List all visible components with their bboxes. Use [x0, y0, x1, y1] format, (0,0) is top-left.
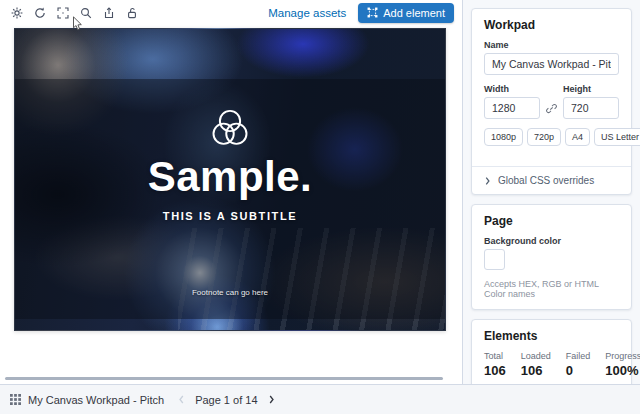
editor-toolbar: Manage assets Add element [0, 0, 462, 26]
previous-page-chevron-icon[interactable] [178, 394, 185, 405]
background-color-label: Background color [484, 236, 619, 246]
stat-label: Progress [605, 351, 640, 361]
add-element-button[interactable]: Add element [358, 3, 454, 23]
vector-square-icon [367, 7, 378, 20]
slide-content: Sample. THIS IS A SUBTITLE Footnote can … [15, 29, 445, 330]
elements-stats: Total 106 Loaded 106 Failed 0 Progress [484, 351, 619, 378]
page-panel: Page Background color Accepts HEX, RGB o… [471, 204, 632, 310]
global-css-accordion[interactable]: Global CSS overrides [472, 166, 631, 194]
stat-label: Loaded [521, 351, 551, 361]
three-circles-logo-icon[interactable] [15, 109, 445, 155]
workpad-stage: Sample. THIS IS A SUBTITLE Footnote can … [0, 26, 462, 384]
horizontal-scrollbar[interactable] [5, 377, 443, 380]
stat-value: 100% [605, 363, 640, 378]
editor-pane: Manage assets Add element [0, 0, 462, 384]
page-manager-grid-icon[interactable] [10, 394, 21, 405]
stat-total: Total 106 [484, 351, 506, 378]
page-panel-heading: Page [484, 214, 619, 228]
elements-panel: Elements Total 106 Loaded 106 Failed 0 [471, 319, 632, 384]
manage-assets-link[interactable]: Manage assets [268, 7, 346, 19]
stat-label: Failed [566, 351, 591, 361]
preset-us-letter-button[interactable]: US Letter [594, 128, 640, 146]
width-input[interactable] [484, 97, 540, 119]
slide-footnote[interactable]: Footnote can go here [15, 288, 445, 297]
height-label: Height [563, 84, 619, 94]
preset-1080p-button[interactable]: 1080p [484, 128, 523, 146]
next-page-chevron-icon[interactable] [268, 394, 275, 405]
stat-value: 0 [566, 363, 591, 378]
unlock-icon[interactable] [124, 6, 139, 21]
toolbar-icon-group [9, 6, 139, 21]
workpad-name-input[interactable] [484, 53, 619, 75]
stat-progress: Progress 100% [605, 351, 640, 378]
elements-panel-heading: Elements [484, 329, 619, 343]
page-navigation: Page 1 of 14 [178, 394, 274, 406]
global-css-label: Global CSS overrides [498, 175, 594, 186]
add-element-label: Add element [383, 7, 445, 19]
slide-title[interactable]: Sample. [15, 153, 445, 201]
canvas-app: Manage assets Add element [0, 0, 640, 414]
footer-bar: My Canvas Workpad - Pitch Page 1 of 14 [0, 384, 640, 414]
size-presets: 1080p 720p A4 US Letter [484, 128, 619, 146]
stat-failed: Failed 0 [566, 351, 591, 378]
settings-gear-icon[interactable] [9, 6, 24, 21]
link-dimensions-icon[interactable] [546, 97, 557, 119]
stat-value: 106 [521, 363, 551, 378]
preset-a4-button[interactable]: A4 [565, 128, 590, 146]
slide-subtitle[interactable]: THIS IS A SUBTITLE [15, 210, 445, 222]
workpad-panel: Workpad Name Width [471, 8, 632, 195]
settings-sidebar: Workpad Name Width [462, 0, 640, 384]
zoom-icon[interactable] [78, 6, 93, 21]
toolbar-actions: Manage assets Add element [268, 3, 454, 23]
stat-label: Total [484, 351, 506, 361]
refresh-icon[interactable] [32, 6, 47, 21]
slide-page-1[interactable]: Sample. THIS IS A SUBTITLE Footnote can … [14, 28, 446, 331]
stat-loaded: Loaded 106 [521, 351, 551, 378]
height-input[interactable] [563, 97, 619, 119]
page-indicator[interactable]: Page 1 of 14 [195, 394, 257, 406]
stat-value: 106 [484, 363, 506, 378]
width-label: Width [484, 84, 540, 94]
footer-workpad-name[interactable]: My Canvas Workpad - Pitch [28, 394, 164, 406]
preset-720p-button[interactable]: 720p [527, 128, 561, 146]
workpad-panel-heading: Workpad [484, 18, 619, 32]
fullscreen-icon[interactable] [55, 6, 70, 21]
chevron-right-icon [484, 176, 491, 186]
export-icon[interactable] [101, 6, 116, 21]
name-label: Name [484, 40, 619, 50]
background-color-swatch[interactable] [484, 249, 505, 270]
color-helper-text: Accepts HEX, RGB or HTML Color names [484, 279, 619, 299]
